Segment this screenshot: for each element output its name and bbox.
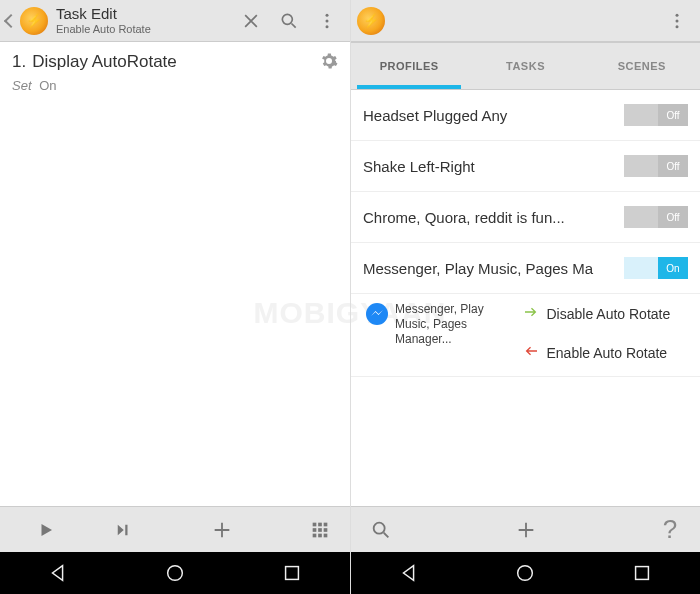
tab-tasks-label: TASKS: [506, 60, 545, 72]
task-action-params: Set On: [0, 78, 350, 103]
search-button[interactable]: [351, 507, 411, 552]
svg-rect-14: [285, 567, 298, 580]
actionbar-title-block: Task Edit Enable Auto Rotate: [56, 6, 151, 35]
svg-rect-4: [313, 522, 317, 526]
actionbar-subtitle: Enable Auto Rotate: [56, 23, 151, 35]
enter-task-row[interactable]: Disable Auto Rotate: [523, 304, 691, 323]
play-icon: [37, 521, 55, 539]
svg-point-18: [366, 303, 388, 325]
profile-label: Messenger, Play Music, Pages Ma: [363, 260, 616, 277]
circle-home-icon: [164, 562, 186, 584]
search-button[interactable]: [270, 2, 308, 40]
svg-point-13: [168, 566, 183, 581]
profile-row[interactable]: Headset Plugged Any Off: [351, 90, 700, 141]
android-navbar: [0, 552, 350, 594]
nav-back-button[interactable]: [398, 562, 420, 584]
profiles-list: Headset Plugged Any Off Shake Left-Right…: [351, 90, 700, 506]
app-home-button[interactable]: [355, 5, 387, 37]
svg-point-15: [676, 13, 679, 16]
tasker-logo-icon: [357, 7, 385, 35]
profile-context[interactable]: Messenger, Play Music, Pages Manager...: [365, 302, 515, 362]
task-action-set-value: On: [39, 78, 56, 93]
tabstrip: PROFILES TASKS SCENES: [351, 42, 700, 90]
tab-scenes[interactable]: SCENES: [584, 43, 700, 89]
profile-row[interactable]: Messenger, Play Music, Pages Ma On: [351, 243, 700, 294]
svg-point-17: [676, 25, 679, 28]
profile-label: Shake Left-Right: [363, 158, 616, 175]
add-button[interactable]: [411, 507, 640, 552]
overflow-button-right[interactable]: [658, 2, 696, 40]
nav-recent-button[interactable]: [281, 562, 303, 584]
svg-point-16: [676, 19, 679, 22]
grid-button[interactable]: [290, 507, 350, 552]
profile-toggle[interactable]: Off: [624, 206, 688, 228]
circle-home-icon: [514, 562, 536, 584]
enter-task-label: Disable Auto Rotate: [547, 306, 671, 322]
profile-label: Headset Plugged Any: [363, 107, 616, 124]
actionbar-left: Task Edit Enable Auto Rotate: [0, 0, 350, 42]
tab-profiles[interactable]: PROFILES: [351, 43, 467, 89]
task-action-set-label: Set: [12, 78, 32, 93]
nav-recent-button[interactable]: [631, 562, 653, 584]
triangle-back-icon: [47, 562, 69, 584]
back-button[interactable]: [4, 5, 50, 37]
more-vert-icon: [317, 11, 337, 31]
actionbar-title: Task Edit: [56, 6, 151, 23]
svg-rect-7: [313, 528, 317, 532]
svg-rect-8: [318, 528, 322, 532]
profile-label: Chrome, Quora, reddit is fun...: [363, 209, 616, 226]
right-pane: PROFILES TASKS SCENES Headset Plugged An…: [350, 0, 700, 594]
svg-point-2: [326, 19, 329, 22]
task-action-row[interactable]: 1. Display AutoRotate: [0, 42, 350, 78]
triangle-back-icon: [398, 562, 420, 584]
svg-point-20: [518, 566, 533, 581]
add-button[interactable]: [153, 507, 290, 552]
toggle-knob: Off: [658, 104, 688, 126]
profile-toggle[interactable]: On: [624, 257, 688, 279]
task-index: 1.: [12, 52, 26, 72]
left-pane: Task Edit Enable Auto Rotate 1. Display …: [0, 0, 350, 594]
svg-rect-6: [324, 522, 328, 526]
next-button[interactable]: [93, 521, 154, 539]
arrow-left-icon: [523, 343, 539, 362]
tab-tasks[interactable]: TASKS: [467, 43, 583, 89]
nav-home-button[interactable]: [164, 562, 186, 584]
left-content-area: MOBIGYAAN: [0, 103, 350, 506]
exit-task-row[interactable]: Enable Auto Rotate: [523, 343, 691, 362]
svg-point-19: [374, 522, 385, 533]
overflow-button[interactable]: [308, 2, 346, 40]
close-button[interactable]: [232, 2, 270, 40]
svg-rect-11: [318, 533, 322, 537]
toggle-knob: On: [658, 257, 688, 279]
play-button[interactable]: [16, 521, 77, 539]
toggle-knob: Off: [658, 206, 688, 228]
tab-scenes-label: SCENES: [618, 60, 666, 72]
svg-point-3: [326, 25, 329, 28]
profile-toggle[interactable]: Off: [624, 155, 688, 177]
profile-row[interactable]: Shake Left-Right Off: [351, 141, 700, 192]
svg-rect-21: [635, 567, 648, 580]
help-button[interactable]: ?: [640, 507, 700, 552]
toggle-knob: Off: [658, 155, 688, 177]
profile-row[interactable]: Chrome, Quora, reddit is fun... Off: [351, 192, 700, 243]
tab-profiles-label: PROFILES: [380, 60, 439, 72]
svg-point-1: [326, 13, 329, 16]
more-vert-icon: [667, 11, 687, 31]
nav-back-button[interactable]: [47, 562, 69, 584]
bottombar-left: [0, 506, 350, 552]
task-action-name: Display AutoRotate: [32, 52, 320, 72]
plus-icon: [211, 519, 233, 541]
svg-rect-5: [318, 522, 322, 526]
square-recent-icon: [631, 562, 653, 584]
profile-actions: Disable Auto Rotate Enable Auto Rotate: [523, 302, 691, 362]
svg-rect-10: [313, 533, 317, 537]
actionbar-right: [351, 0, 700, 42]
nav-home-button[interactable]: [514, 562, 536, 584]
messenger-icon: [365, 302, 389, 326]
profile-toggle[interactable]: Off: [624, 104, 688, 126]
arrow-right-icon: [523, 304, 539, 323]
svg-point-0: [282, 14, 292, 24]
android-navbar: [351, 552, 700, 594]
gear-icon[interactable]: [320, 52, 338, 70]
profile-expanded: Messenger, Play Music, Pages Manager... …: [351, 294, 700, 377]
